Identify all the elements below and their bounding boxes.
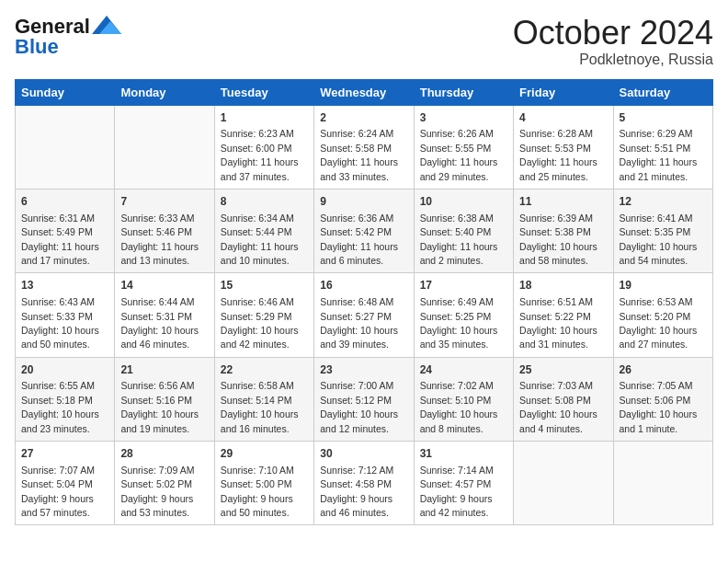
calendar-cell <box>16 105 115 189</box>
calendar-cell: 17Sunrise: 6:49 AM Sunset: 5:25 PM Dayli… <box>414 273 513 357</box>
day-info: Sunrise: 7:07 AM Sunset: 5:04 PM Dayligh… <box>21 465 95 518</box>
day-number: 3 <box>420 110 507 126</box>
day-info: Sunrise: 6:44 AM Sunset: 5:31 PM Dayligh… <box>120 296 199 350</box>
day-info: Sunrise: 6:33 AM Sunset: 5:46 PM Dayligh… <box>120 213 199 266</box>
calendar-cell: 25Sunrise: 7:03 AM Sunset: 5:08 PM Dayli… <box>514 357 613 441</box>
day-number: 5 <box>620 110 707 126</box>
day-info: Sunrise: 7:14 AM Sunset: 4:57 PM Dayligh… <box>420 465 494 518</box>
day-number: 9 <box>320 194 407 210</box>
calendar-cell: 22Sunrise: 6:58 AM Sunset: 5:14 PM Dayli… <box>214 357 313 441</box>
day-info: Sunrise: 7:02 AM Sunset: 5:10 PM Dayligh… <box>420 380 498 433</box>
day-info: Sunrise: 6:46 AM Sunset: 5:29 PM Dayligh… <box>221 296 299 350</box>
weekday-header: Thursday <box>414 79 513 105</box>
day-info: Sunrise: 7:05 AM Sunset: 5:06 PM Dayligh… <box>620 380 698 433</box>
calendar-cell: 29Sunrise: 7:10 AM Sunset: 5:00 PM Dayli… <box>214 442 313 525</box>
weekday-header: Wednesday <box>314 79 414 105</box>
calendar-week-row: 1Sunrise: 6:23 AM Sunset: 6:00 PM Daylig… <box>16 105 713 189</box>
day-info: Sunrise: 6:43 AM Sunset: 5:33 PM Dayligh… <box>21 296 99 350</box>
calendar-cell <box>613 442 712 525</box>
day-info: Sunrise: 7:03 AM Sunset: 5:08 PM Dayligh… <box>519 380 597 433</box>
day-info: Sunrise: 6:41 AM Sunset: 5:35 PM Dayligh… <box>620 213 698 266</box>
day-info: Sunrise: 6:55 AM Sunset: 5:18 PM Dayligh… <box>21 380 99 433</box>
calendar-cell: 24Sunrise: 7:02 AM Sunset: 5:10 PM Dayli… <box>414 357 513 441</box>
calendar-cell <box>514 442 613 525</box>
calendar-cell <box>115 105 214 189</box>
day-info: Sunrise: 6:24 AM Sunset: 5:58 PM Dayligh… <box>320 128 398 181</box>
calendar-cell: 15Sunrise: 6:46 AM Sunset: 5:29 PM Dayli… <box>214 273 313 357</box>
calendar-week-row: 27Sunrise: 7:07 AM Sunset: 5:04 PM Dayli… <box>16 442 713 525</box>
weekday-header-row: SundayMondayTuesdayWednesdayThursdayFrid… <box>16 79 713 105</box>
day-number: 14 <box>120 278 208 293</box>
calendar-week-row: 6Sunrise: 6:31 AM Sunset: 5:49 PM Daylig… <box>16 189 713 272</box>
day-number: 7 <box>120 194 208 210</box>
calendar-cell: 19Sunrise: 6:53 AM Sunset: 5:20 PM Dayli… <box>613 273 712 357</box>
day-info: Sunrise: 6:29 AM Sunset: 5:51 PM Dayligh… <box>620 128 698 181</box>
day-number: 26 <box>620 362 707 378</box>
calendar-week-row: 13Sunrise: 6:43 AM Sunset: 5:33 PM Dayli… <box>16 273 713 357</box>
day-info: Sunrise: 7:10 AM Sunset: 5:00 PM Dayligh… <box>221 465 294 518</box>
calendar-cell: 7Sunrise: 6:33 AM Sunset: 5:46 PM Daylig… <box>115 189 214 272</box>
day-number: 15 <box>221 278 308 293</box>
calendar-cell: 3Sunrise: 6:26 AM Sunset: 5:55 PM Daylig… <box>414 105 513 189</box>
calendar-cell: 2Sunrise: 6:24 AM Sunset: 5:58 PM Daylig… <box>314 105 414 189</box>
day-info: Sunrise: 7:00 AM Sunset: 5:12 PM Dayligh… <box>320 380 398 433</box>
day-info: Sunrise: 6:53 AM Sunset: 5:20 PM Dayligh… <box>620 296 698 350</box>
weekday-header: Monday <box>115 79 214 105</box>
day-number: 23 <box>320 362 407 378</box>
day-info: Sunrise: 7:09 AM Sunset: 5:02 PM Dayligh… <box>120 465 194 518</box>
calendar-cell: 18Sunrise: 6:51 AM Sunset: 5:22 PM Dayli… <box>514 273 613 357</box>
day-number: 20 <box>21 362 108 378</box>
day-info: Sunrise: 6:49 AM Sunset: 5:25 PM Dayligh… <box>420 296 498 350</box>
calendar-cell: 16Sunrise: 6:48 AM Sunset: 5:27 PM Dayli… <box>314 273 414 357</box>
day-number: 16 <box>320 278 407 293</box>
day-info: Sunrise: 6:51 AM Sunset: 5:22 PM Dayligh… <box>519 296 597 350</box>
page-header: General Blue October 2024 Podkletnoye, R… <box>15 15 713 68</box>
calendar-cell: 26Sunrise: 7:05 AM Sunset: 5:06 PM Dayli… <box>613 357 712 441</box>
logo: General Blue <box>15 15 121 59</box>
calendar-cell: 28Sunrise: 7:09 AM Sunset: 5:02 PM Dayli… <box>115 442 214 525</box>
calendar-cell: 13Sunrise: 6:43 AM Sunset: 5:33 PM Dayli… <box>16 273 115 357</box>
location-subtitle: Podkletnoye, Russia <box>513 52 713 68</box>
day-number: 12 <box>620 194 707 210</box>
weekday-header: Friday <box>514 79 613 105</box>
calendar-table: SundayMondayTuesdayWednesdayThursdayFrid… <box>15 79 713 526</box>
day-number: 27 <box>21 446 108 462</box>
day-number: 19 <box>620 278 707 293</box>
day-info: Sunrise: 6:39 AM Sunset: 5:38 PM Dayligh… <box>519 213 597 266</box>
calendar-week-row: 20Sunrise: 6:55 AM Sunset: 5:18 PM Dayli… <box>16 357 713 441</box>
calendar-cell: 23Sunrise: 7:00 AM Sunset: 5:12 PM Dayli… <box>314 357 414 441</box>
day-number: 10 <box>420 194 507 210</box>
day-number: 2 <box>320 110 407 126</box>
day-info: Sunrise: 6:58 AM Sunset: 5:14 PM Dayligh… <box>221 380 299 433</box>
calendar-cell: 27Sunrise: 7:07 AM Sunset: 5:04 PM Dayli… <box>16 442 115 525</box>
day-info: Sunrise: 7:12 AM Sunset: 4:58 PM Dayligh… <box>320 465 393 518</box>
calendar-cell: 4Sunrise: 6:28 AM Sunset: 5:53 PM Daylig… <box>514 105 613 189</box>
day-info: Sunrise: 6:38 AM Sunset: 5:40 PM Dayligh… <box>420 213 498 266</box>
day-number: 18 <box>519 278 607 293</box>
weekday-header: Tuesday <box>214 79 313 105</box>
calendar-cell: 21Sunrise: 6:56 AM Sunset: 5:16 PM Dayli… <box>115 357 214 441</box>
day-number: 8 <box>221 194 308 210</box>
day-number: 28 <box>120 446 208 462</box>
day-number: 11 <box>519 194 607 210</box>
logo-icon <box>92 16 121 34</box>
calendar-cell: 20Sunrise: 6:55 AM Sunset: 5:18 PM Dayli… <box>16 357 115 441</box>
day-number: 24 <box>420 362 507 378</box>
day-info: Sunrise: 6:34 AM Sunset: 5:44 PM Dayligh… <box>221 213 299 266</box>
day-info: Sunrise: 6:23 AM Sunset: 6:00 PM Dayligh… <box>221 128 299 181</box>
day-number: 1 <box>221 110 308 126</box>
title-block: October 2024 Podkletnoye, Russia <box>513 15 713 68</box>
day-info: Sunrise: 6:31 AM Sunset: 5:49 PM Dayligh… <box>21 213 99 266</box>
day-number: 30 <box>320 446 407 462</box>
month-year-title: October 2024 <box>513 15 713 52</box>
day-number: 4 <box>519 110 607 126</box>
day-number: 31 <box>420 446 507 462</box>
calendar-cell: 6Sunrise: 6:31 AM Sunset: 5:49 PM Daylig… <box>16 189 115 272</box>
calendar-cell: 8Sunrise: 6:34 AM Sunset: 5:44 PM Daylig… <box>214 189 313 272</box>
day-info: Sunrise: 6:56 AM Sunset: 5:16 PM Dayligh… <box>120 380 199 433</box>
day-info: Sunrise: 6:48 AM Sunset: 5:27 PM Dayligh… <box>320 296 398 350</box>
calendar-cell: 31Sunrise: 7:14 AM Sunset: 4:57 PM Dayli… <box>414 442 513 525</box>
weekday-header: Sunday <box>16 79 115 105</box>
calendar-cell: 12Sunrise: 6:41 AM Sunset: 5:35 PM Dayli… <box>613 189 712 272</box>
day-info: Sunrise: 6:36 AM Sunset: 5:42 PM Dayligh… <box>320 213 398 266</box>
